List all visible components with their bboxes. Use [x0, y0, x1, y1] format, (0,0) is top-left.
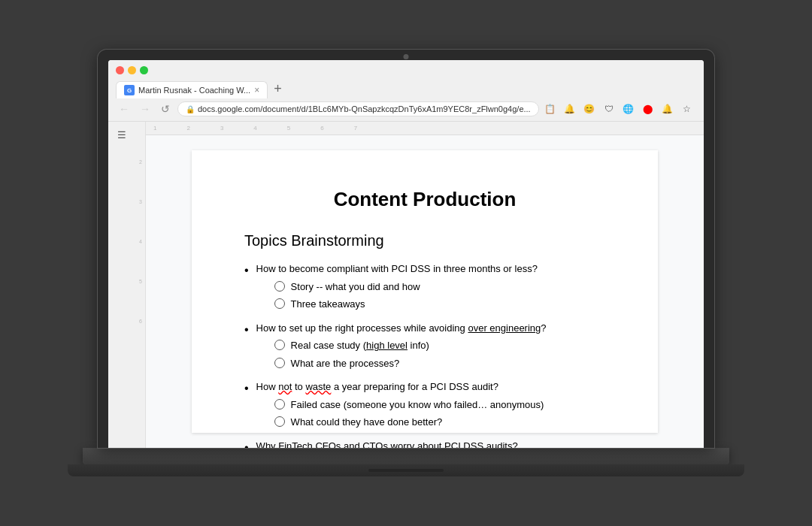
sub-text: Three takeaways: [291, 297, 365, 312]
tab-title: Martin Rusnak - Coaching W...: [138, 86, 250, 95]
address-bar-row: ← → ↺ 🔒 docs.google.com/document/d/1BLc6…: [108, 98, 704, 121]
sub-list: Failed case (someone you know who failed…: [256, 398, 544, 430]
doc-title: Content Production: [244, 188, 605, 211]
doc-container: Content Production Topics Brainstorming …: [146, 135, 704, 448]
camera: [404, 54, 409, 59]
back-button[interactable]: ←: [116, 101, 132, 116]
shield-icon[interactable]: 🛡: [602, 102, 616, 116]
main-bullet-list: • How to become compliant with PCI DSS i…: [244, 261, 605, 448]
screen-bezel: G Martin Rusnak - Coaching W... × + ← → …: [98, 50, 714, 448]
traffic-light-red[interactable]: [116, 66, 124, 74]
bullet-dot: •: [244, 440, 249, 449]
sub-list: Story -- what you did and how Three take…: [256, 280, 538, 312]
bullet-text: How to become compliant with PCI DSS in …: [256, 263, 538, 274]
sub-dot: [274, 416, 285, 427]
laptop: G Martin Rusnak - Coaching W... × + ← → …: [68, 50, 744, 476]
laptop-base: [68, 464, 744, 476]
sub-text: Story -- what you did and how: [291, 280, 420, 295]
tab-favicon: G: [124, 85, 135, 95]
browser-chrome: G Martin Rusnak - Coaching W... × + ← → …: [108, 60, 704, 122]
screen-content: G Martin Rusnak - Coaching W... × + ← → …: [108, 60, 704, 448]
sub-dot: [274, 399, 285, 410]
sub-dot: [274, 358, 285, 368]
active-tab[interactable]: G Martin Rusnak - Coaching W... ×: [116, 81, 268, 98]
doc-heading: Topics Brainstorming: [244, 232, 605, 249]
list-item: • How to set up the right processes whil…: [244, 321, 605, 374]
tab-bar: G Martin Rusnak - Coaching W... × +: [108, 79, 704, 98]
sub-text: What could they have done better?: [291, 415, 443, 430]
forward-button[interactable]: →: [137, 101, 153, 116]
sub-text: What are the processes?: [291, 356, 400, 371]
list-item: Three takeaways: [274, 297, 538, 312]
translate-icon[interactable]: 🌐: [622, 102, 635, 116]
bullet-text: Why FinTech CFOs and CTOs worry about PC…: [256, 440, 518, 449]
notification-icon[interactable]: 🔔: [661, 102, 674, 116]
docs-area: ☰ 23456 1234567 Content Production Topic…: [108, 122, 704, 448]
trackpad-notch: [368, 469, 444, 472]
sub-dot: [274, 298, 285, 309]
traffic-light-green[interactable]: [140, 66, 148, 74]
bell-icon[interactable]: 🔔: [563, 102, 577, 116]
sub-text: Real case study (high level info): [291, 338, 429, 353]
extensions-icon[interactable]: 📋: [544, 102, 557, 116]
top-ruler: 1234567: [146, 122, 704, 135]
new-tab-button[interactable]: +: [268, 79, 288, 98]
list-item: • Why FinTech CFOs and CTOs worry about …: [244, 439, 605, 449]
document-page: Content Production Topics Brainstorming …: [192, 150, 658, 433]
emoji-icon[interactable]: 😊: [583, 102, 596, 116]
left-ruler: ☰ 23456: [108, 122, 146, 448]
record-icon[interactable]: ⬤: [641, 102, 655, 116]
tab-close-icon[interactable]: ×: [254, 85, 259, 95]
address-bar[interactable]: 🔒 docs.google.com/document/d/1BLc6MYb-Qn…: [177, 101, 539, 116]
list-item: What are the processes?: [274, 356, 547, 371]
address-text: docs.google.com/document/d/1BLc6MYb-QnSa…: [198, 104, 531, 113]
bullet-text: How not to waste a year preparing for a …: [256, 381, 498, 392]
list-item: • How to become compliant with PCI DSS i…: [244, 261, 605, 315]
list-item: Story -- what you did and how: [274, 280, 538, 295]
list-item: • How not to waste a year preparing for …: [244, 379, 605, 433]
laptop-bottom: [83, 448, 729, 464]
outline-icon[interactable]: ☰: [108, 122, 145, 141]
bullet-dot: •: [244, 381, 249, 397]
bookmark-icon[interactable]: ☆: [680, 102, 694, 116]
refresh-button[interactable]: ↺: [158, 101, 173, 116]
sub-list: Real case study (high level info) What a…: [256, 338, 547, 370]
sub-text: Failed case (someone you know who failed…: [291, 398, 544, 413]
bullet-dot: •: [244, 322, 249, 338]
ruler-numbers: 23456: [139, 159, 142, 324]
sub-dot: [274, 281, 285, 292]
toolbar-icons: 📋 🔔 😊 🛡 🌐 ⬤ 🔔 ☆ ⤓ M: [544, 102, 704, 116]
sub-dot: [274, 340, 285, 350]
bullet-text: How to set up the right processes while …: [256, 322, 547, 334]
bullet-dot: •: [244, 263, 249, 279]
list-item: What could they have done better?: [274, 415, 544, 430]
docs-main: 1234567 Content Production Topics Brains…: [146, 122, 704, 448]
lock-icon: 🔒: [186, 105, 195, 113]
list-item: Failed case (someone you know who failed…: [274, 398, 544, 413]
list-item: Real case study (high level info): [274, 338, 547, 353]
traffic-light-yellow[interactable]: [128, 66, 136, 74]
download-icon[interactable]: ⤓: [700, 102, 704, 116]
